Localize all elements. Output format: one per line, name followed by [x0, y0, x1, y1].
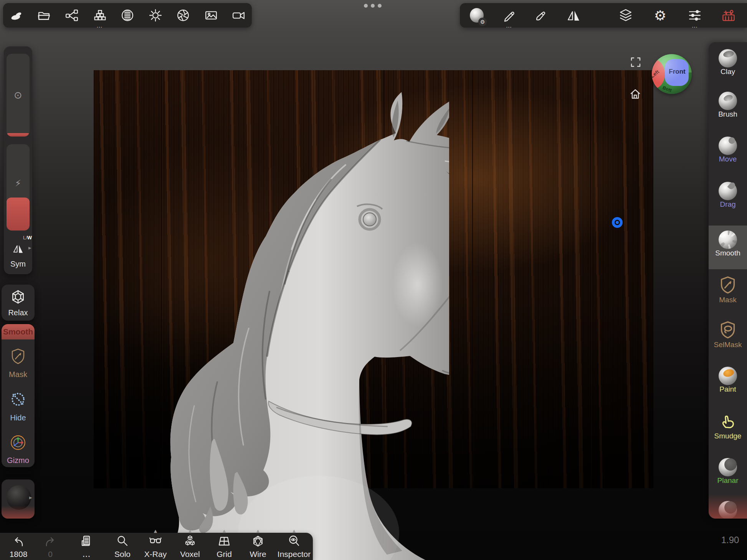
- sym-label[interactable]: Sym: [4, 260, 32, 268]
- settings-gear-icon[interactable]: ⚙: [653, 8, 667, 22]
- camera-video-icon[interactable]: [232, 8, 246, 22]
- solo-label: Solo: [105, 550, 140, 559]
- inspector-label: Inspector: [277, 550, 311, 559]
- lighting-sun-icon[interactable]: [149, 8, 162, 22]
- bottom-toolbar: 1808 0 … Solo ▲: [0, 533, 313, 560]
- sym-mode-superscript: L/W: [23, 235, 32, 240]
- zoom-level: 1.90: [715, 535, 745, 545]
- xray-button[interactable]: ▲ X-Ray: [138, 535, 173, 559]
- sym-expand-chevron-icon[interactable]: ▸: [28, 244, 31, 251]
- drag-sphere-icon: [719, 182, 737, 200]
- wireframe-icon: [251, 535, 264, 547]
- tool-settings-sliders-icon[interactable]: …: [688, 8, 702, 22]
- sculpt-viewport[interactable]: Left Front Bott 560 MB / 1.09 G Scene ve…: [0, 0, 747, 560]
- tool-drag[interactable]: Drag: [709, 182, 747, 209]
- layers-pyramid-icon[interactable]: …: [93, 8, 107, 22]
- undo-arrow-icon: [12, 535, 25, 547]
- symmetry-icon[interactable]: [12, 243, 24, 254]
- mask-label[interactable]: Mask: [2, 370, 35, 379]
- undo-button[interactable]: 1808: [1, 535, 36, 559]
- scene-graph-icon[interactable]: [65, 8, 79, 22]
- matcap-sphere-icon[interactable]: [121, 8, 134, 22]
- orientation-ball[interactable]: Left Front Bott: [652, 54, 692, 94]
- home-view-button[interactable]: [630, 88, 641, 100]
- redo-button[interactable]: 0: [33, 535, 68, 559]
- planar-sphere-icon: [719, 458, 737, 476]
- stroke-pencil-icon[interactable]: …: [502, 8, 516, 22]
- brush-sphere-icon: [719, 92, 737, 110]
- sliders-more-dots: …: [692, 24, 698, 28]
- tool-smooth[interactable]: Smooth: [709, 231, 747, 257]
- gizmo-label[interactable]: Gizmo: [2, 456, 35, 465]
- tool-smudge[interactable]: Smudge: [709, 412, 747, 440]
- move-sphere-icon: [719, 137, 737, 155]
- hide-label[interactable]: Hide: [2, 413, 35, 422]
- tool-move[interactable]: Move: [709, 137, 747, 163]
- history-button[interactable]: …: [69, 535, 104, 559]
- nomad-sculpt-app: Left Front Bott 560 MB / 1.09 G Scene ve…: [0, 0, 747, 560]
- pyramid-more-dots: …: [97, 24, 103, 28]
- active-tool-material-icon[interactable]: ⚙: [470, 8, 484, 22]
- left-slider-panel: ⊙ ⚡ L/W ▸ Sym: [4, 46, 32, 274]
- hide-dotted-icon[interactable]: [10, 392, 26, 407]
- tool-planar[interactable]: Planar: [709, 458, 747, 485]
- mask-shield-icon: [719, 276, 736, 294]
- radius-icon: ⊙: [7, 89, 30, 101]
- left-shortcut-panel: Smooth Mask Hide Gizmo: [2, 324, 35, 467]
- toolbox-icon[interactable]: [722, 8, 735, 22]
- relax-label[interactable]: Relax: [2, 308, 35, 317]
- layers-stack-icon[interactable]: [619, 8, 633, 22]
- tool-paint[interactable]: Paint: [709, 367, 747, 394]
- radius-slider-fill: [7, 133, 30, 137]
- grid-options-caret-icon[interactable]: ▲: [223, 529, 226, 534]
- files-folder-icon[interactable]: [37, 8, 51, 22]
- alt-tool-smooth-banner[interactable]: Smooth: [2, 324, 35, 339]
- left-material-panel[interactable]: ▸: [2, 479, 35, 519]
- history-book-icon: [80, 535, 93, 547]
- postprocess-aperture-icon[interactable]: [176, 8, 190, 22]
- tool-brush[interactable]: Brush: [709, 92, 747, 119]
- solo-button[interactable]: Solo: [105, 535, 140, 559]
- xray-glasses-icon: [149, 535, 162, 547]
- xray-options-caret-icon[interactable]: ▲: [154, 529, 157, 534]
- relax-web-icon[interactable]: [10, 289, 26, 305]
- redo-arrow-icon: [44, 535, 56, 547]
- wire-options-caret-icon[interactable]: ▲: [256, 529, 259, 534]
- fullscreen-button[interactable]: [630, 57, 641, 68]
- radius-slider[interactable]: ⊙: [7, 54, 30, 137]
- grid-button[interactable]: ▲ Grid: [207, 535, 241, 559]
- voxel-options-caret-icon[interactable]: ▲: [188, 529, 192, 534]
- wire-label: Wire: [241, 550, 275, 559]
- intensity-slider[interactable]: ⚡: [7, 144, 30, 231]
- partial-sphere-icon: [719, 501, 737, 519]
- wire-button[interactable]: ▲ Wire: [241, 535, 275, 559]
- horse-sculpture: [146, 89, 449, 560]
- mask-shield-icon[interactable]: [10, 348, 26, 365]
- grid-label: Grid: [207, 550, 241, 559]
- background-image-icon[interactable]: [204, 8, 218, 22]
- window-drag-dots[interactable]: [364, 4, 382, 8]
- orientation-ball-sheen: [652, 54, 692, 94]
- inspector-options-caret-icon[interactable]: ▲: [293, 529, 296, 534]
- intensity-lightning-icon: ⚡: [7, 178, 30, 189]
- voxel-button[interactable]: ▲ Voxel: [173, 535, 207, 559]
- tool-sidebar: Clay Brush Move Drag Smooth Mask: [709, 42, 747, 519]
- intensity-slider-fill: [7, 198, 30, 231]
- inspector-button[interactable]: ▲ Inspector: [277, 535, 311, 559]
- material-gear-badge-icon: ⚙: [478, 18, 487, 26]
- painting-brush-icon[interactable]: [534, 8, 548, 22]
- gizmo-icon[interactable]: [10, 435, 26, 451]
- brush-cursor: [612, 217, 623, 228]
- history-more-label: …: [69, 550, 104, 559]
- nomad-logo-icon[interactable]: [9, 8, 23, 22]
- tool-clay[interactable]: Clay: [709, 49, 747, 76]
- solo-magnifier-icon: [116, 535, 129, 547]
- tool-next-partial[interactable]: [709, 501, 747, 519]
- material-expand-chevron-icon: ▸: [29, 494, 32, 501]
- symmetry-mirror-icon[interactable]: [567, 8, 580, 22]
- redo-count: 0: [33, 550, 68, 559]
- tool-selmask[interactable]: SelMask: [709, 321, 747, 349]
- smudge-finger-icon: [719, 412, 737, 430]
- tool-mask[interactable]: Mask: [709, 276, 747, 304]
- inspector-eye-icon: [288, 535, 301, 547]
